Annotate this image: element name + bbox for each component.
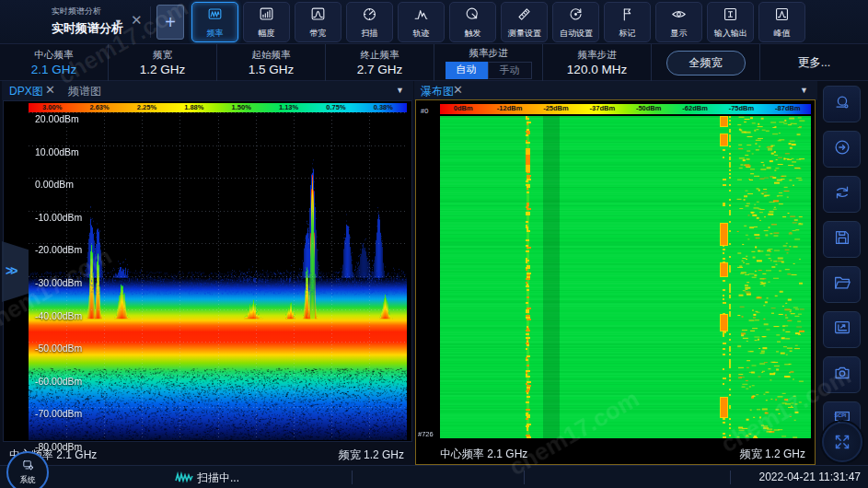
field-span[interactable]: 频宽 1.2 GHz [109, 44, 217, 81]
divider [150, 6, 151, 38]
app-root: 实时频谱分析 实时频谱分析 ▼ ✕ + 频率幅度带宽扫描轨迹触发测量设置自动设置… [0, 0, 868, 488]
save-icon [832, 227, 852, 251]
field-value: 2.1 GHz [31, 63, 77, 76]
amplitude-icon [258, 6, 275, 27]
y-axis-tick: -20.00dBm [35, 244, 82, 255]
toolbar-button-trigger[interactable]: 触发 [449, 2, 496, 42]
add-view-button[interactable]: + [156, 5, 184, 40]
density-scale-label: 1.13% [265, 103, 312, 112]
toolbar-button-auto-setup[interactable]: 自动设置 [552, 2, 599, 42]
chevron-down-icon[interactable]: ▼ [114, 17, 122, 27]
density-scale-label: 1.50% [218, 103, 265, 112]
toolbar-button-bandwidth[interactable]: 带宽 [295, 2, 341, 42]
toolbar-button-label: 频率 [206, 28, 223, 39]
waterfall-panel-header: 瀑布图 ✕ ▼ [414, 81, 817, 100]
tab-close-icon[interactable]: ✕ [453, 83, 463, 97]
field-step-mode: 频率步进 自动 手动 [434, 44, 543, 81]
y-axis-tick: -70.00dBm [35, 408, 82, 419]
span-readout: 频宽 1.2 GHz [339, 447, 404, 463]
top-toolbar: 实时频谱分析 实时频谱分析 ▼ ✕ + 频率幅度带宽扫描轨迹触发测量设置自动设置… [0, 0, 868, 44]
y-axis-tick: 0.00dBm [35, 179, 74, 190]
screenshot-button[interactable] [823, 356, 861, 393]
run-icon [832, 137, 852, 161]
close-icon[interactable]: ✕ [131, 12, 143, 29]
field-center-frequency[interactable]: 中心频率 2.1 GHz [0, 44, 109, 81]
amplitude-scale-bar: 0dBm-12dBm-25dBm-37dBm-50dBm-62dBm-75dBm… [440, 104, 811, 114]
window-title: 实时频谱分析 [52, 20, 123, 37]
field-stop-frequency[interactable]: 终止频率 2.7 GHz [326, 44, 434, 81]
toolbar-button-display[interactable]: 显示 [655, 2, 702, 42]
amplitude-scale-label: -50dBm [626, 104, 672, 114]
waterfall-canvas[interactable] [440, 116, 811, 438]
toolbar-button-group: 频率幅度带宽扫描轨迹触发测量设置自动设置标记显示输入输出峰值 [191, 2, 805, 42]
collapse-button[interactable] [822, 422, 862, 462]
toolbar-button-label: 幅度 [258, 28, 274, 39]
system-button[interactable]: 系统 [6, 451, 49, 488]
measure-setup-icon [515, 6, 533, 27]
marker-icon [619, 6, 636, 27]
step-auto-button[interactable]: 自动 [446, 62, 488, 79]
save-button[interactable] [823, 221, 861, 258]
amplitude-scale-label: -25dBm [533, 104, 579, 114]
field-value: 2.7 GHz [357, 63, 403, 76]
amplitude-scale-label: -75dBm [718, 104, 764, 114]
toolbar-button-measure-setup[interactable]: 测量设置 [501, 2, 548, 42]
double-chevron-icon: >> [6, 263, 15, 278]
amplitude-scale-label: -87dBm [765, 104, 811, 114]
waterfall-panel-footer: 中心频率 2.1 GHz 频宽 1.2 GHz [416, 442, 815, 464]
toolbar-button-trace[interactable]: 轨迹 [398, 2, 445, 42]
chevron-down-icon[interactable]: ▼ [396, 86, 404, 95]
density-scale-label: 1.88% [170, 103, 217, 112]
y-axis-tick: -60.00dBm [35, 376, 82, 387]
amplitude-scale-label: 0dBm [440, 104, 486, 114]
field-value: 120.0 MHz [567, 63, 627, 76]
toolbar-button-marker[interactable]: 标记 [604, 2, 651, 42]
density-scale-label: 2.25% [123, 103, 170, 112]
field-start-frequency[interactable]: 起始频率 1.5 GHz [217, 44, 326, 81]
auto-setup-icon [567, 6, 584, 27]
preset-button[interactable] [823, 86, 861, 122]
tab-dpx[interactable]: DPX图 [9, 84, 43, 99]
frame-first-label: #0 [421, 107, 428, 115]
density-scale-bar: 3.00%2.63%2.25%1.88%1.50%1.13%0.75%0.38% [29, 103, 407, 112]
waterfall-box: #0 0dBm-12dBm-25dBm-37dBm-50dBm-62dBm-75… [415, 99, 816, 465]
field-step-value[interactable]: 频率步进 120.0 MHz [543, 44, 652, 81]
toolbar-button-label: 输入输出 [713, 28, 746, 39]
open-icon [832, 273, 852, 296]
density-scale-label: 0.38% [360, 103, 407, 112]
toolbar-button-label: 触发 [464, 28, 480, 39]
sync-icon [832, 182, 852, 206]
toolbar-button-input-output[interactable]: 输入输出 [707, 2, 754, 42]
datetime-readout: 2022-04-21 11:31:47 [758, 471, 861, 483]
window-tab[interactable]: 实时频谱分析 实时频谱分析 ▼ ✕ [0, 0, 149, 44]
preset-icon [832, 92, 852, 116]
toolbar-button-sweep[interactable]: 扫描 [346, 2, 393, 42]
tab-spectrum[interactable]: 频谱图 [68, 84, 101, 99]
side-panel-handle[interactable]: >> [2, 241, 29, 302]
toolbar-button-amplitude[interactable]: 幅度 [243, 2, 290, 42]
chevron-down-icon[interactable]: ▼ [800, 86, 808, 95]
step-mode-toggle: 自动 手动 [446, 62, 532, 79]
toolbar-button-peak[interactable]: 峰值 [758, 2, 805, 42]
divider [352, 471, 353, 484]
dpx-spectrum-canvas[interactable] [29, 112, 407, 440]
more-button[interactable]: 更多... [793, 54, 836, 72]
peak-icon [773, 6, 791, 27]
toolbar-button-frequency[interactable]: 频率 [191, 2, 238, 42]
field-label: 起始频率 [252, 49, 291, 62]
step-manual-button[interactable]: 手动 [488, 62, 532, 79]
frequency-settings-row: 中心频率 2.1 GHz 频宽 1.2 GHz 起始频率 1.5 GHz 终止频… [0, 44, 868, 81]
display-setup-button[interactable] [823, 311, 861, 348]
field-label: 终止频率 [361, 49, 399, 62]
y-axis-tick: 10.00dBm [35, 146, 79, 157]
dpx-panel: DPX图 ✕ 频谱图 ▼ 3.00%2.63%2.25%1.88%1.50%1.… [2, 81, 413, 465]
field-label: 频率步进 [578, 49, 617, 62]
tab-close-icon[interactable]: ✕ [45, 83, 55, 97]
tab-waterfall[interactable]: 瀑布图 [421, 84, 454, 99]
full-span-button[interactable]: 全频宽 [666, 51, 746, 76]
run-button[interactable] [823, 131, 861, 168]
open-button[interactable] [823, 266, 861, 303]
frequency-icon [206, 6, 224, 27]
status-bar: 系统 扫描中... 2022-04-21 11:31:47 [0, 465, 868, 488]
sync-button[interactable] [823, 176, 861, 213]
